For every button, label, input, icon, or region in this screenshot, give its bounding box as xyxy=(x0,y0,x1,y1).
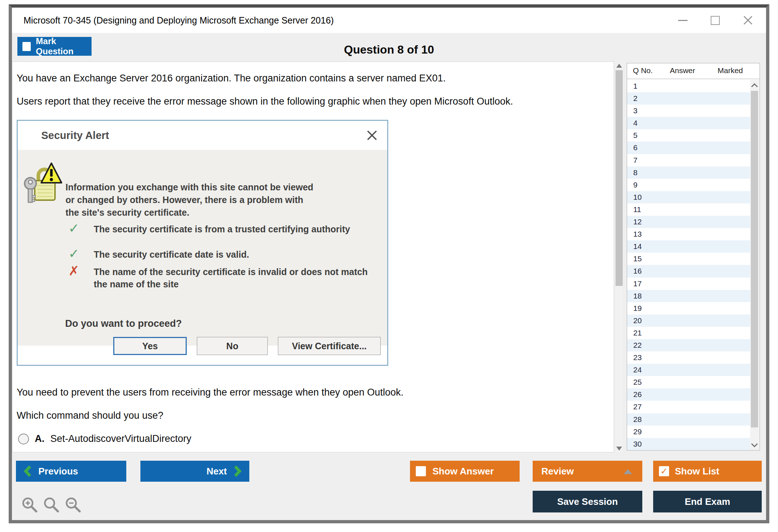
question-paragraph-2: Users report that they receive the error… xyxy=(17,96,513,107)
question-list-header: Q No. Answer Marked xyxy=(627,63,760,79)
cross-icon: ✗ xyxy=(68,263,79,278)
end-exam-button[interactable]: End Exam xyxy=(653,491,762,512)
message-line: Information you exchange with this site … xyxy=(65,181,313,194)
question-counter: Question 8 of 10 xyxy=(12,43,766,56)
question-row[interactable]: 20 xyxy=(627,314,750,327)
question-row[interactable]: 23 xyxy=(627,351,750,364)
question-row[interactable]: 3 xyxy=(627,105,750,117)
question-row[interactable]: 6 xyxy=(627,142,750,154)
scrollbar-thumb[interactable] xyxy=(616,70,623,286)
no-button: No xyxy=(197,337,268,355)
question-paragraph-3: You need to prevent the users from recei… xyxy=(17,387,403,398)
message-line: the site's security certificate. xyxy=(65,206,313,219)
question-row[interactable]: 4 xyxy=(627,117,750,129)
question-row[interactable]: 8 xyxy=(627,166,750,179)
previous-label: Previous xyxy=(38,466,78,477)
question-row[interactable]: 18 xyxy=(627,290,750,302)
scroll-up-arrow-icon[interactable] xyxy=(615,62,623,69)
question-row[interactable]: 26 xyxy=(627,388,750,401)
question-row[interactable]: 16 xyxy=(627,265,750,277)
check-icon: ✓ xyxy=(68,246,79,261)
question-row[interactable]: 19 xyxy=(627,302,750,314)
yes-button: Yes xyxy=(113,337,187,355)
question-list: 1234567891011121314151617181920212223242… xyxy=(627,80,750,450)
zoom-toolbar xyxy=(21,496,82,514)
maximize-icon[interactable] xyxy=(711,16,720,25)
question-paragraph-4: Which command should you use? xyxy=(17,410,163,421)
question-row[interactable]: 9 xyxy=(627,179,750,191)
security-alert-body: Information you exchange with this site … xyxy=(18,150,387,346)
end-exam-label: End Exam xyxy=(685,496,730,507)
check-item-text: The security certificate date is valid. xyxy=(94,248,369,261)
window-title: Microsoft 70-345 (Designing and Deployin… xyxy=(24,8,334,33)
save-session-button[interactable]: Save Session xyxy=(533,491,642,512)
review-button[interactable]: Review xyxy=(533,461,642,482)
question-list-scrollbar[interactable] xyxy=(750,80,759,450)
option-a-letter: A. xyxy=(35,433,45,444)
show-list-checkbox[interactable]: ✓ xyxy=(659,466,669,476)
question-row[interactable]: 5 xyxy=(627,129,750,142)
check-icon: ✓ xyxy=(68,221,79,236)
window-controls xyxy=(678,8,753,33)
minimize-icon[interactable] xyxy=(678,20,688,21)
show-answer-checkbox[interactable] xyxy=(416,466,426,476)
question-row[interactable]: 15 xyxy=(627,253,750,265)
question-row[interactable]: 13 xyxy=(627,228,750,240)
next-button[interactable]: Next xyxy=(140,461,249,482)
answer-option-a[interactable]: A. Set-AutodiscoverVirtualDirectory xyxy=(18,433,191,444)
lock-warning-icon xyxy=(22,159,63,205)
question-scrollbar[interactable] xyxy=(615,62,623,452)
question-paragraph-1: You have an Exchange Server 2016 organiz… xyxy=(17,73,446,84)
question-row[interactable]: 11 xyxy=(627,203,750,216)
checkmark-icon: ✓ xyxy=(660,467,668,476)
show-answer-button[interactable]: Show Answer xyxy=(410,461,520,482)
show-list-button[interactable]: ✓ Show List xyxy=(653,461,762,482)
column-marked: Marked xyxy=(718,66,743,75)
question-row[interactable]: 27 xyxy=(627,401,750,413)
close-icon[interactable] xyxy=(743,15,753,25)
question-row[interactable]: 2 xyxy=(627,92,750,105)
zoom-in-icon[interactable] xyxy=(21,496,38,514)
title-bar: Microsoft 70-345 (Designing and Deployin… xyxy=(12,8,766,33)
question-row[interactable]: 17 xyxy=(627,278,750,290)
question-row[interactable]: 25 xyxy=(627,376,750,388)
question-row[interactable]: 1 xyxy=(627,80,750,92)
question-row[interactable]: 29 xyxy=(627,426,750,438)
exam-window: Microsoft 70-345 (Designing and Deployin… xyxy=(9,4,769,523)
caret-up-icon xyxy=(623,469,632,474)
question-row[interactable]: 28 xyxy=(627,413,750,426)
scroll-down-chevron-icon[interactable] xyxy=(750,441,758,449)
zoom-out-icon[interactable] xyxy=(64,496,82,514)
previous-button[interactable]: Previous xyxy=(16,461,126,482)
question-row[interactable]: 24 xyxy=(627,364,750,376)
security-alert-prompt: Do you want to proceed? xyxy=(65,318,182,329)
magnifier-icon[interactable] xyxy=(43,496,60,514)
save-session-label: Save Session xyxy=(557,496,618,507)
check-item-text: The security certificate is from a trust… xyxy=(94,223,363,235)
check-item-text: The name of the security certificate is … xyxy=(94,266,373,290)
question-row[interactable]: 14 xyxy=(627,240,750,253)
scroll-down-arrow-icon[interactable] xyxy=(615,444,623,452)
question-row[interactable]: 7 xyxy=(627,154,750,166)
show-answer-label: Show Answer xyxy=(432,466,494,477)
scrollbar-thumb[interactable] xyxy=(751,91,758,427)
column-qno: Q No. xyxy=(633,66,653,75)
view-certificate-button: View Certificate... xyxy=(278,337,381,355)
option-a-text: Set-AutodiscoverVirtualDirectory xyxy=(50,433,191,444)
show-list-label: Show List xyxy=(675,466,719,477)
question-row[interactable]: 22 xyxy=(627,339,750,351)
question-panel: You have an Exchange Server 2016 organiz… xyxy=(12,62,614,452)
question-row[interactable]: 12 xyxy=(627,216,750,228)
question-row[interactable]: 10 xyxy=(627,191,750,203)
security-alert-message: Information you exchange with this site … xyxy=(65,181,313,219)
option-a-radio[interactable] xyxy=(18,434,29,444)
message-line: or changed by others. However, there is … xyxy=(65,194,313,206)
security-alert-close-icon xyxy=(365,129,379,142)
question-list-panel: Q No. Answer Marked 12345678910111213141… xyxy=(627,63,760,451)
scroll-up-chevron-icon[interactable] xyxy=(750,81,758,89)
question-row[interactable]: 21 xyxy=(627,327,750,339)
question-row[interactable]: 30 xyxy=(627,438,750,450)
security-alert-titlebar: Security Alert xyxy=(18,121,387,150)
chevron-right-icon xyxy=(233,465,242,477)
security-alert-title: Security Alert xyxy=(41,121,109,150)
